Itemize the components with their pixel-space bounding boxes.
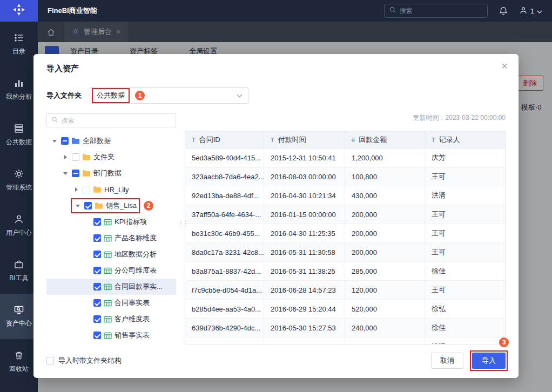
sidebar-item-asset-center[interactable]: 资产中心	[0, 294, 38, 339]
checkbox-checked[interactable]	[84, 202, 92, 209]
tree-item[interactable]: 客户维度表	[46, 311, 176, 327]
checkbox-checked[interactable]	[93, 234, 101, 242]
chevron-down-icon[interactable]	[51, 137, 58, 145]
sidebar-item-user-center[interactable]: 用户中心	[0, 203, 38, 248]
tree-item[interactable]: 合同事实表	[46, 295, 176, 311]
import-button[interactable]: 导入	[472, 353, 506, 369]
tree-item[interactable]: 合同回款事实...	[46, 279, 176, 295]
checkbox-unchecked[interactable]	[46, 357, 54, 364]
tree-item[interactable]: 地区数据分析	[46, 246, 176, 262]
tree-item-content: 文件夹	[62, 152, 115, 162]
sidebar-item-manage-system[interactable]: 管理系统	[0, 158, 38, 203]
tree-panel: 全部数据文件夹部门数据HR_Lily销售_Lisa2KPI指标项产品名称维度地区…	[46, 113, 176, 344]
modal-panels: 全部数据文件夹部门数据HR_Lily销售_Lisa2KPI指标项产品名称维度地区…	[46, 113, 506, 344]
table-cell: 200,000	[345, 205, 425, 224]
checkbox-checked[interactable]	[93, 267, 101, 274]
tree-item[interactable]: 分公司维度表	[46, 262, 176, 279]
column-header-1[interactable]: T付款时间	[264, 131, 345, 148]
column-type-icon: T	[432, 137, 435, 143]
import-folder-select[interactable]: 公共数据 1	[90, 87, 248, 104]
table-cell: 120,000	[345, 281, 425, 299]
cancel-button[interactable]: 取消	[431, 353, 463, 369]
tree-item[interactable]: 销售_Lisa2	[46, 198, 176, 214]
tree-item-label: 地区数据分析	[115, 249, 157, 259]
checkbox-checked[interactable]	[93, 315, 101, 323]
sidebar-item-bi-tools[interactable]: BI工具	[0, 248, 38, 294]
table-icon	[104, 267, 112, 274]
table-cell: 2016-05-31 11:38:25	[264, 262, 345, 280]
table-cell: 7a826b77-4a3f-438c	[185, 337, 264, 344]
tree-search[interactable]	[46, 113, 176, 127]
tree-item-label: 分公司维度表	[115, 266, 157, 275]
tree-item-content: HR_Lily	[72, 186, 129, 194]
checkbox-unchecked[interactable]	[72, 153, 79, 161]
topbar-search[interactable]	[384, 4, 488, 18]
close-icon[interactable]: ×	[501, 60, 508, 71]
table-cell: 2016-05-30 15:27:53	[264, 319, 345, 337]
preview-table: T合同IDT付款时间#回款金额T记录人 5ed3a589-40d4-415...…	[185, 131, 506, 344]
table-row: 5ed3a589-40d4-415...2015-12-31 10:50:411…	[185, 148, 505, 167]
tree-item[interactable]: KPI指标项	[46, 214, 176, 230]
finebi-logo[interactable]	[0, 0, 38, 22]
tree-item-content: 销售事实表	[83, 330, 150, 340]
tree-item[interactable]: 文件夹	[46, 149, 176, 165]
checkbox-indeterminate[interactable]	[61, 137, 69, 145]
checkbox-checked[interactable]	[93, 332, 101, 339]
user-menu[interactable]: 1	[519, 6, 542, 16]
table-cell: 240,000	[345, 319, 425, 337]
user-icon	[519, 6, 528, 16]
sidebar-item-recycle-bin[interactable]: 回收站	[0, 339, 38, 384]
chevron-down-icon[interactable]	[74, 202, 82, 209]
folder-structure-option[interactable]: 导入时带文件夹结构	[46, 356, 122, 366]
checkbox-checked[interactable]	[93, 299, 101, 307]
bell-icon[interactable]	[499, 6, 508, 16]
tree-item-content: 地区数据分析	[83, 249, 157, 259]
table-icon	[104, 283, 112, 290]
table-row: 323aacb8-7da6-4ea2...2016-08-03 00:00:00…	[185, 167, 505, 186]
column-header-0[interactable]: T合同ID	[185, 131, 264, 148]
tree-item-content: 全部数据	[51, 136, 111, 146]
checkbox-checked[interactable]	[93, 283, 101, 290]
tree-item[interactable]: 部门数据	[46, 165, 176, 181]
checkbox-indeterminate[interactable]	[72, 170, 79, 177]
chevron-right-icon[interactable]	[72, 186, 80, 193]
tree-item[interactable]: HR_Lily	[46, 181, 176, 198]
tree-indent	[83, 218, 91, 226]
checkbox-checked[interactable]	[93, 251, 101, 258]
checkbox-unchecked[interactable]	[83, 186, 90, 193]
column-label: 合同ID	[199, 135, 220, 145]
tree-item[interactable]: 产品名称维度	[46, 230, 176, 246]
topbar: FineBI商业智能 1	[0, 0, 552, 22]
table-cell: 1,200,000	[345, 148, 425, 167]
tree-item[interactable]: 全部数据	[46, 133, 176, 149]
sidebar-item-my-analysis[interactable]: 我的分析	[0, 67, 38, 112]
topbar-search-input[interactable]	[400, 7, 483, 15]
checkbox-checked[interactable]	[93, 218, 101, 226]
column-header-3[interactable]: T记录人	[425, 131, 505, 148]
table-row: f7c9cb5e-d054-4d1a...2016-06-28 14:57:23…	[185, 281, 505, 300]
tree-search-input[interactable]	[62, 117, 171, 124]
tree-item-label: 客户维度表	[115, 314, 150, 324]
table-cell: 徐佳	[425, 262, 505, 280]
table-row: b3a875a1-8837-42d...2016-05-31 11:38:252…	[185, 262, 505, 281]
table-row: 639d736b-4290-4dc...2016-05-30 15:27:532…	[185, 319, 505, 337]
chevron-right-icon[interactable]	[62, 153, 69, 161]
table-cell: 639d736b-4290-4dc...	[185, 319, 264, 337]
table-cell: 王可	[425, 167, 505, 186]
sidebar-item-directory[interactable]: 目录	[0, 22, 38, 67]
chevron-down-icon[interactable]	[62, 170, 69, 177]
table-body: 5ed3a589-40d4-415...2015-12-31 10:50:411…	[185, 148, 505, 344]
tree-indent	[83, 315, 91, 323]
tree-item-content: 产品名称维度	[83, 233, 157, 243]
bi-tools-icon	[14, 259, 24, 270]
table-cell: 2016-05-31 11:30:58	[264, 243, 345, 261]
tree-indent	[83, 267, 91, 274]
panel-resize-handle[interactable]: ⋮⋮	[178, 220, 187, 227]
sidebar-item-public-data[interactable]: 公共数据	[0, 112, 38, 158]
column-header-2[interactable]: #回款金额	[345, 131, 425, 148]
tree-item-label: 产品名称维度	[115, 233, 157, 243]
table-icon	[104, 332, 112, 339]
table-row: 7a826b77-4a3f-438c2016-05-30 15:38:28450…	[185, 337, 505, 344]
chevron-down-icon	[537, 7, 542, 15]
tree-item[interactable]: 销售事实表	[46, 327, 176, 343]
